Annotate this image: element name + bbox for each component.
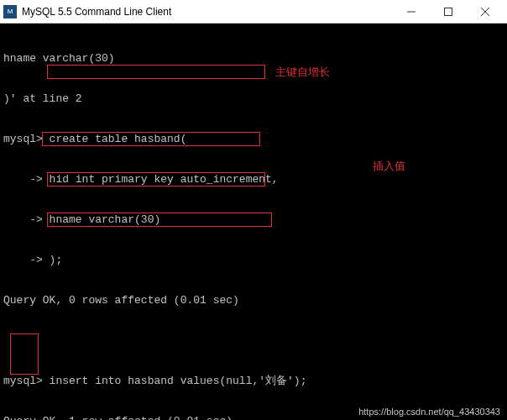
window-title: MySQL 5.5 Command Line Client (22, 6, 393, 18)
terminal-line: mysql> insert into hasband values(null,'… (3, 375, 504, 388)
watermark: https://blog.csdn.net/qq_43430343 (358, 407, 500, 417)
annotation-box-primarykey (47, 65, 265, 79)
window-controls (393, 0, 504, 24)
terminal-line: Query OK, 0 rows affected (0.01 sec) (3, 294, 504, 307)
terminal-line: -> ); (3, 254, 504, 267)
mysql-icon: M (3, 5, 17, 18)
annotation-text-insert: 插入值 (373, 160, 405, 173)
terminal-line: mysql> create table hasband( (3, 133, 504, 146)
terminal-line: )' at line 2 (3, 92, 504, 106)
close-button[interactable] (467, 0, 504, 24)
terminal-line (3, 334, 504, 348)
titlebar: M MySQL 5.5 Command Line Client (0, 0, 507, 24)
svg-rect-1 (445, 8, 452, 15)
terminal-output[interactable]: hname varchar(30) )' at line 2 mysql> cr… (0, 24, 507, 420)
terminal-line: -> hid int primary key auto_increment, (3, 173, 504, 186)
terminal-line: hname varchar(30) (3, 52, 504, 66)
maximize-button[interactable] (430, 0, 467, 24)
annotation-text-primarykey: 主键自增长 (275, 66, 330, 79)
terminal-line: -> hname varchar(30) (3, 213, 504, 227)
minimize-button[interactable] (393, 0, 430, 24)
